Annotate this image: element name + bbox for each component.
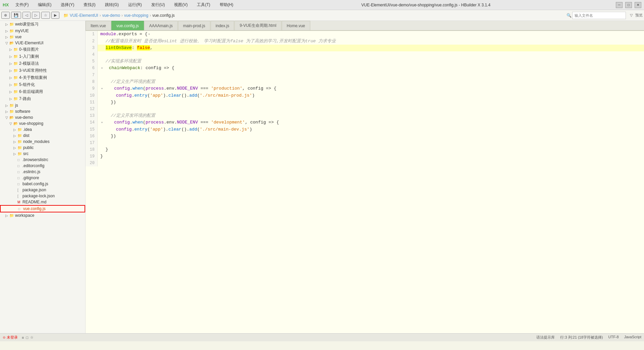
folder-open-icon: 📂 [9,41,14,45]
grid-icon[interactable]: □ [26,336,28,340]
sidebar-item-6-frontend[interactable]: ▷ 📁 6-前后端调用 [0,88,85,95]
sidebar-item-dist[interactable]: ▷ 📁 dist [0,133,85,139]
tab-AAAAmain[interactable]: AAAAmain.js [144,21,178,30]
title-bar-left: HX 文件(F) 编辑(E) 选择(Y) 查找(I) 跳转(G) 运行(R) 发… [3,1,236,8]
sidebar-item-src[interactable]: ▷ 📁 src [0,151,85,157]
menu-select[interactable]: 选择(Y) [58,1,77,8]
maximize-button[interactable]: □ [625,2,632,8]
tab-item-vue[interactable]: Item.vue [86,21,111,30]
sidebar-item-web[interactable]: ▷ 📁 web课堂练习 [0,21,85,28]
star-icon[interactable]: ☆ [30,335,34,340]
sidebar-item-vue-shopping[interactable]: ▽ 📂 vue-shopping [0,120,85,127]
menu-view[interactable]: 视图(V) [171,1,190,8]
folder-icon: 📁 [13,54,18,59]
sidebar-item-readme[interactable]: ▷ M README.md [0,199,85,205]
breadcrumb-item-1[interactable]: vue-demo [102,13,120,18]
file-search-input[interactable] [572,12,626,19]
sidebar-item-VUE-ElementUI[interactable]: ▽ 📂 VUE-ElementUI [0,40,85,46]
sidebar-item-4-cases[interactable]: ▷ 📁 4-关于数组案例 [0,74,85,81]
menu-find[interactable]: 查找(I) [81,1,98,8]
close-button[interactable]: ✕ [635,2,641,8]
sidebar-item-node-modules[interactable]: ▷ 📁 node_modules [0,139,85,145]
bookmark-button[interactable]: ☆ [41,12,50,19]
toolbar: ⊕ 💾 ◁ ▷ ☆ ▶ 📁 VUE-ElementUI › vue-demo ›… [0,10,644,21]
sidebar-item-vue-demo[interactable]: ▽ 📂 vue-demo [0,114,85,120]
menu-tools[interactable]: 工具(T) [194,1,213,8]
code-line-4: 4 [86,51,644,58]
title-bar: HX 文件(F) 编辑(E) 选择(Y) 查找(I) 跳转(G) 运行(R) 发… [0,0,644,10]
save-button[interactable]: 💾 [11,12,21,19]
sidebar-item-js[interactable]: ▷ 📁 js [0,102,85,108]
new-file-button[interactable]: ⊕ [1,12,10,19]
sidebar-item-idea[interactable]: ▷ 📁 .idea [0,127,85,133]
sidebar-item-gitignore[interactable]: ▷ □ .gitignore [0,175,85,181]
sidebar-item-1-intro[interactable]: ▷ 📁 1-入门案例 [0,53,85,60]
folder-open-icon: 📂 [13,121,18,126]
folder-icon: 📁 [13,68,18,73]
file-icon: [ [17,194,21,198]
expand-arrow-icon: ▷ [5,214,9,217]
sidebar-item-package-lock[interactable]: ▷ [ package-lock.json [0,193,85,199]
sidebar-item-2-template[interactable]: ▷ 📁 2-模版语法 [0,60,85,67]
folder-open-icon: 📂 [9,115,14,120]
menu-goto[interactable]: 跳转(G) [102,1,121,8]
code-line-1: 1 module.exports = {▾ [86,31,644,38]
minimize-button[interactable]: ─ [616,2,623,8]
menu-edit[interactable]: 编辑(E) [35,1,54,8]
filter-icon[interactable]: ▽ [630,13,633,17]
main-layout: ▷ 📁 web课堂练习 ▷ 📁 myVUE ▷ 📁 vue ▽ 📂 VUE-El… [0,21,644,333]
sidebar-item-editorconfig[interactable]: ▷ □ .editorconfig [0,163,85,169]
sidebar-item-package-json[interactable]: ▷ [ package.json [0,187,85,193]
list-icon[interactable]: ≡ [22,336,24,340]
expand-arrow-icon: ▷ [5,29,9,33]
sidebar-item-5-components[interactable]: ▷ 📁 5-组件化 [0,81,85,88]
app-logo: HX [3,2,9,7]
breadcrumb-folder-icon: 📁 [63,13,68,18]
menu-publish[interactable]: 发行(U) [149,1,168,8]
preview-label: 预览 [635,13,643,18]
expand-arrow-icon: ▷ [5,110,9,113]
file-encoding: UTF-8 [608,335,619,340]
code-line-5: 5 //实现多环境配置 [86,58,644,65]
tab-home-vue[interactable]: Home.vue [282,21,310,30]
sidebar-item-public[interactable]: ▷ 📁 public [0,145,85,151]
folder-icon: 📁 [9,35,14,39]
cursor-position: 行:3 列:21 (18字符被选择) [560,335,603,340]
sidebar-item-browserslistrc[interactable]: ▷ □ .browserslistrc [0,157,85,163]
breadcrumb-item-0[interactable]: VUE-ElementUI [70,13,98,18]
sidebar-item-workspace[interactable]: ▷ 📁 workspace [0,212,85,218]
folder-icon: 📁 [9,213,14,218]
expand-arrow-icon: ▷ [13,134,17,138]
sidebar-item-3-vue[interactable]: ▷ 📁 3-VUE常用特性 [0,67,85,74]
tab-9-lifecycle[interactable]: 9-VUE生命周期.html [234,21,281,30]
login-status[interactable]: ⊙ 未登录 [3,335,18,340]
tab-vue-config[interactable]: vue.config.js [111,21,144,30]
menu-run[interactable]: 运行(R) [125,1,145,8]
sidebar-item-eslintrc[interactable]: ▷ □ .eslintrc.js [0,169,85,175]
expand-arrow-icon: ▷ [9,76,13,80]
file-icon: □ [17,158,21,162]
file-language: JavaScript [624,335,641,340]
tab-main-prod[interactable]: main-prod.js [178,21,210,30]
menu-file[interactable]: 文件(F) [13,1,31,8]
menu-help[interactable]: 帮助(H) [217,1,236,8]
back-button[interactable]: ◁ [22,12,31,19]
code-line-6: 6 ▾ chainWebpack: config => { [86,65,644,72]
tab-index[interactable]: index.js [211,21,234,30]
sidebar-item-myVUE[interactable]: ▷ 📁 myVUE [0,28,85,34]
forward-button[interactable]: ▷ [32,12,40,19]
sidebar-item-software[interactable]: ▷ 📁 software [0,108,85,114]
expand-arrow-icon: ▷ [9,97,13,101]
code-editor[interactable]: 1 module.exports = {▾ 2 //配置项目开发时 是否使用es… [86,31,644,333]
code-line-7: 7 [86,72,644,79]
sidebar-item-vue[interactable]: ▷ 📁 vue [0,34,85,40]
sidebar-item-0-project[interactable]: ▷ 📁 0-项目图片 [0,46,85,53]
sidebar-item-7-router[interactable]: ▷ 📁 7-路由 [0,95,85,102]
expand-arrow-icon: ▷ [9,69,13,72]
sidebar-item-vue-config[interactable]: ▷ □ vue.config.js [0,205,85,212]
file-icon: [ [17,188,21,192]
sidebar-item-babel-config[interactable]: ▷ □ babel.config.js [0,181,85,187]
breadcrumb-item-2[interactable]: vue-shopping [124,13,148,18]
run-button[interactable]: ▶ [51,12,59,19]
expand-arrow-icon: ▷ [5,22,9,26]
